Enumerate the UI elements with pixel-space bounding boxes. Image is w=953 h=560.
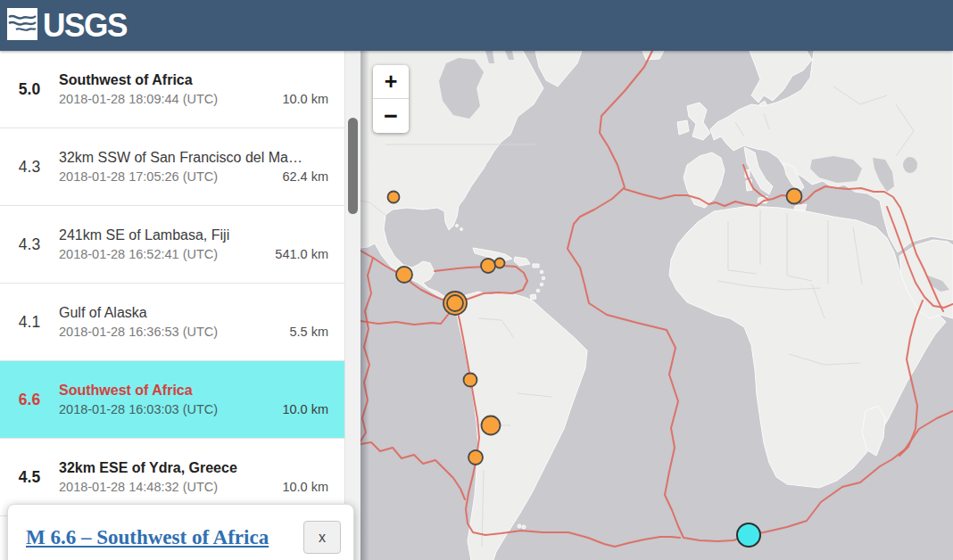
earthquake-marker[interactable]: [481, 259, 495, 273]
event-info: 241km SE of Lambasa, Fiji 2018-01-28 16:…: [59, 226, 344, 264]
earthquake-marker[interactable]: [468, 450, 483, 465]
event-magnitude: 5.0: [0, 80, 59, 99]
event-info: Southwest of Africa 2018-01-28 16:03:03 …: [59, 381, 344, 419]
earthquake-list-item[interactable]: 4.3 241km SE of Lambasa, Fiji 2018-01-28…: [0, 206, 344, 284]
usgs-latest-earthquakes-app: USGS 5.0 Southwest of Africa 2018-01-28 …: [0, 0, 953, 560]
event-place: 32km SSW of San Francisco del Ma…: [59, 148, 328, 168]
earthquake-list-item[interactable]: 5.0 Southwest of Africa 2018-01-28 18:09…: [0, 51, 344, 128]
usgs-brand-text: USGS: [43, 7, 127, 45]
map-zoom-control: + −: [373, 65, 409, 133]
list-scrollbar-thumb[interactable]: [348, 118, 358, 214]
zoom-in-button[interactable]: +: [373, 65, 409, 99]
event-popup: M 6.6 – Southwest of Africa x: [7, 504, 354, 560]
event-time: 2018-01-28 14:48:32 (UTC): [59, 478, 218, 497]
event-magnitude: 6.6: [0, 391, 59, 409]
event-magnitude: 4.5: [0, 468, 59, 487]
earthquake-marker[interactable]: [787, 189, 802, 204]
event-place: Southwest of Africa: [59, 70, 328, 90]
event-place: 241km SE of Lambasa, Fiji: [59, 226, 328, 245]
event-depth: 10.0 km: [282, 478, 328, 497]
event-info: 32km ESE of Ydra, Greece 2018-01-28 14:4…: [59, 458, 344, 497]
earthquake-list[interactable]: 5.0 Southwest of Africa 2018-01-28 18:09…: [0, 51, 344, 560]
map-canvas[interactable]: [360, 51, 953, 560]
list-scrollbar-track: [344, 51, 360, 560]
event-time: 2018-01-28 17:05:26 (UTC): [59, 168, 218, 186]
popup-close-button[interactable]: x: [303, 521, 341, 554]
zoom-out-button[interactable]: −: [373, 99, 409, 133]
earthquake-marker[interactable]: [388, 192, 400, 203]
selected-earthquake-marker[interactable]: [737, 523, 760, 547]
event-magnitude: 4.1: [0, 313, 59, 332]
event-place: Gulf of Alaska: [59, 303, 328, 323]
event-depth: 541.0 km: [275, 245, 328, 264]
event-depth: 62.4 km: [282, 168, 328, 186]
earthquake-marker[interactable]: [396, 267, 412, 283]
event-popup-link[interactable]: M 6.6 – Southwest of Africa: [26, 526, 269, 549]
earthquake-marker-inner[interactable]: [447, 295, 463, 311]
event-depth: 10.0 km: [282, 400, 328, 419]
usgs-logo[interactable]: USGS: [7, 7, 131, 45]
event-info: 32km SSW of San Francisco del Ma… 2018-0…: [59, 148, 344, 186]
earthquake-marker[interactable]: [482, 416, 501, 435]
earthquake-marker[interactable]: [464, 374, 477, 387]
event-depth: 10.0 km: [282, 90, 328, 109]
event-magnitude: 4.3: [0, 158, 59, 177]
event-depth: 5.5 km: [289, 323, 328, 342]
event-magnitude: 4.3: [0, 235, 59, 254]
event-place: 32km ESE of Ydra, Greece: [59, 458, 328, 478]
event-time: 2018-01-28 18:09:44 (UTC): [59, 90, 218, 109]
earthquake-marker[interactable]: [495, 259, 505, 268]
world-map[interactable]: + −: [360, 51, 953, 560]
earthquake-list-item[interactable]: 4.1 Gulf of Alaska 2018-01-28 16:36:53 (…: [0, 284, 344, 361]
event-place: Southwest of Africa: [59, 381, 328, 400]
earthquake-list-item[interactable]: 6.6 Southwest of Africa 2018-01-28 16:03…: [0, 361, 344, 439]
app-header: USGS: [0, 0, 953, 51]
event-time: 2018-01-28 16:36:53 (UTC): [59, 323, 218, 342]
usgs-logo-icon: [7, 8, 37, 44]
event-time: 2018-01-28 16:03:03 (UTC): [59, 400, 218, 419]
event-time: 2018-01-28 16:52:41 (UTC): [59, 245, 218, 264]
earthquake-list-item[interactable]: 4.3 32km SSW of San Francisco del Ma… 20…: [0, 128, 344, 206]
event-info: Southwest of Africa 2018-01-28 18:09:44 …: [59, 70, 344, 109]
event-info: Gulf of Alaska 2018-01-28 16:36:53 (UTC)…: [59, 303, 344, 342]
